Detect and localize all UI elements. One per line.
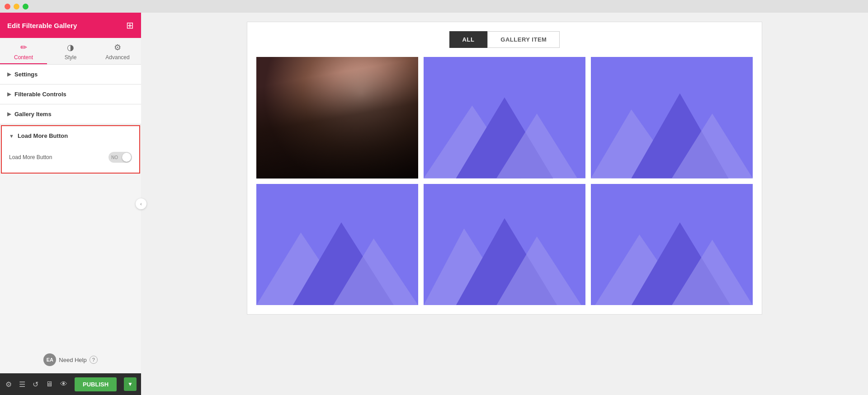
sidebar-header: Edit Filterable Gallery ⊞: [0, 13, 141, 38]
gallery-item-5[interactable]: [424, 184, 585, 306]
close-button[interactable]: [5, 4, 10, 9]
question-icon: ?: [90, 356, 98, 364]
publish-arrow-button[interactable]: ▼: [124, 377, 137, 391]
filter-all-button[interactable]: ALL: [449, 31, 488, 48]
hair-overlay: [256, 57, 418, 179]
gallery-item-1[interactable]: [256, 57, 418, 179]
load-more-toggle[interactable]: NO: [108, 152, 132, 163]
filter-bar: ALL GALLERY ITEM: [256, 31, 753, 48]
style-tab-label: Style: [65, 54, 77, 61]
accordion-filterable-header[interactable]: ▶ Filterable Controls: [0, 85, 141, 104]
mountain-svg-2: [424, 57, 585, 179]
accordion-load-more-header[interactable]: ▼ Load More Button: [2, 126, 139, 146]
maximize-button[interactable]: [23, 4, 28, 9]
mountain-svg-5: [424, 184, 585, 306]
chevron-right-icon: ▶: [7, 71, 11, 77]
gallery-item-6[interactable]: [591, 184, 753, 306]
accordion-settings: ▶ Settings: [0, 65, 141, 85]
eye-icon[interactable]: 👁: [60, 380, 67, 388]
title-bar: [0, 0, 868, 13]
gallery-items-label: Gallery Items: [14, 111, 52, 118]
mountain-svg-6: [591, 184, 753, 306]
settings-icon[interactable]: ⚙: [5, 380, 12, 389]
history-icon[interactable]: ↺: [33, 380, 38, 389]
mountain-svg-3: [591, 57, 753, 179]
sidebar-spacer: [0, 174, 141, 346]
settings-label: Settings: [14, 71, 38, 78]
load-more-toggle-row: Load More Button NO: [9, 149, 132, 165]
minimize-button[interactable]: [14, 4, 19, 9]
load-more-toggle-label: Load More Button: [9, 154, 52, 160]
gallery-item-3[interactable]: [591, 57, 753, 179]
gallery-item-2[interactable]: [424, 57, 585, 179]
photo-inner: [256, 57, 418, 179]
content-tab-label: Content: [14, 54, 33, 61]
bottom-toolbar: ⚙ ☰ ↺ 🖥 👁 PUBLISH ▼: [0, 373, 141, 395]
sidebar: Edit Filterable Gallery ⊞ ✏ Content ◑ St…: [0, 13, 141, 395]
toggle-knob: [122, 153, 131, 162]
gallery-item-4[interactable]: [256, 184, 418, 306]
desktop-icon[interactable]: 🖥: [46, 380, 53, 388]
tab-style[interactable]: ◑ Style: [47, 38, 94, 64]
advanced-tab-label: Advanced: [105, 54, 129, 61]
layers-icon[interactable]: ☰: [19, 380, 25, 389]
tabs-bar: ✏ Content ◑ Style ⚙ Advanced: [0, 38, 141, 65]
filter-gallery-item-button[interactable]: GALLERY ITEM: [487, 31, 560, 48]
tab-advanced[interactable]: ⚙ Advanced: [94, 38, 141, 64]
filterable-controls-label: Filterable Controls: [14, 91, 66, 98]
gallery-wrapper: ALL GALLERY ITEM: [247, 22, 762, 315]
load-more-content: Load More Button NO: [2, 146, 139, 173]
chevron-right-icon-2: ▶: [7, 91, 11, 97]
advanced-tab-icon: ⚙: [114, 42, 121, 52]
accordion-filterable-controls: ▶ Filterable Controls: [0, 85, 141, 104]
main-layout: Edit Filterable Gallery ⊞ ✏ Content ◑ St…: [0, 13, 868, 395]
tab-content[interactable]: ✏ Content: [0, 38, 47, 64]
content-tab-icon: ✏: [20, 42, 27, 52]
publish-button[interactable]: PUBLISH: [75, 377, 117, 391]
style-tab-icon: ◑: [67, 42, 74, 52]
toggle-no-label: NO: [111, 155, 118, 160]
accordion-gallery-header[interactable]: ▶ Gallery Items: [0, 104, 141, 124]
collapse-sidebar-button[interactable]: ‹: [136, 198, 146, 209]
grid-icon[interactable]: ⊞: [126, 20, 134, 31]
mountain-svg-4: [256, 184, 418, 306]
accordion-load-more: ▼ Load More Button Load More Button NO: [1, 125, 140, 174]
need-help-label: Need Help: [59, 357, 86, 363]
sidebar-title: Edit Filterable Gallery: [7, 22, 77, 29]
gallery-grid: [256, 57, 753, 305]
load-more-label: Load More Button: [18, 132, 68, 139]
chevron-down-icon: ▼: [9, 133, 14, 139]
need-help[interactable]: EA Need Help ?: [0, 346, 141, 373]
ea-badge: EA: [43, 353, 56, 366]
chevron-right-icon-3: ▶: [7, 111, 11, 117]
accordion-settings-header[interactable]: ▶ Settings: [0, 65, 141, 84]
accordion-gallery-items: ▶ Gallery Items: [0, 104, 141, 124]
main-content: ALL GALLERY ITEM: [141, 13, 868, 395]
